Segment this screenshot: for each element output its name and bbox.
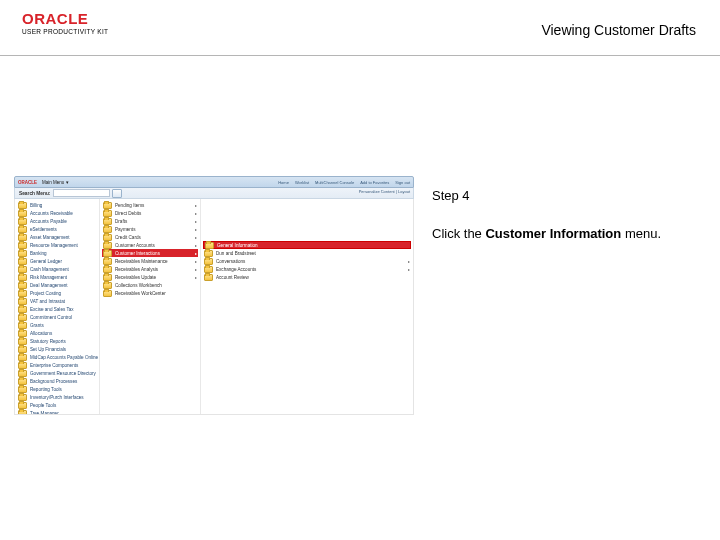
menu-item[interactable]: Risk Management: [17, 273, 97, 281]
menu-item[interactable]: General Ledger: [17, 257, 97, 265]
menu-item[interactable]: Tree Manager: [17, 409, 97, 414]
search-label: Search Menu:: [19, 191, 50, 196]
folder-icon: [103, 234, 112, 241]
app-subbar: Search Menu: Personalize Content | Layou…: [14, 188, 414, 199]
submenu-item-label: Credit Cards: [115, 235, 141, 240]
instruction-panel: Step 4 Click the Customer Information me…: [432, 188, 682, 243]
menu-item[interactable]: Deal Management: [17, 281, 97, 289]
menu-item[interactable]: Government Resource Directory: [17, 369, 97, 377]
folder-icon: [18, 410, 27, 415]
flyout-item-label: Account Review: [216, 275, 249, 280]
folder-icon: [18, 362, 27, 369]
menu-item-label: Commitment Control: [30, 315, 72, 320]
menu-item[interactable]: Accounts Payable: [17, 217, 97, 225]
folder-icon: [103, 210, 112, 217]
menu-item[interactable]: People Tools: [17, 401, 97, 409]
expand-arrow-icon: ▸: [195, 227, 197, 232]
submenu-item[interactable]: Collections Workbench: [102, 281, 198, 289]
nav-home[interactable]: Home: [278, 180, 289, 185]
folder-icon: [204, 266, 213, 273]
submenu-item[interactable]: Customer Accounts▸: [102, 241, 198, 249]
menu-item-label: Billing: [30, 203, 42, 208]
folder-icon: [18, 370, 27, 377]
flyout-item[interactable]: Exchange Accounts▸: [203, 265, 411, 273]
flyout-item-target[interactable]: General Information: [203, 241, 411, 249]
menu-item[interactable]: Project Costing: [17, 289, 97, 297]
search-go-button[interactable]: [112, 189, 122, 198]
nav-signout[interactable]: Sign out: [395, 180, 410, 185]
main-menu-dropdown[interactable]: Main Menu ▾: [42, 180, 69, 185]
expand-arrow-icon: ▸: [408, 267, 410, 272]
submenu-item-label: Drafts: [115, 219, 127, 224]
spacer: [203, 217, 411, 225]
menu-item[interactable]: Reporting Tools: [17, 385, 97, 393]
nav-worklist[interactable]: Worklist: [295, 180, 309, 185]
menu-item[interactable]: Allocations: [17, 329, 97, 337]
menu-item[interactable]: Commitment Control: [17, 313, 97, 321]
submenu-item[interactable]: Receivables Maintenance▸: [102, 257, 198, 265]
folder-icon: [103, 218, 112, 225]
submenu-item[interactable]: Pending Items▸: [102, 201, 198, 209]
app-nav: Home Worklist MultiChannel Console Add t…: [278, 180, 410, 185]
menu-item-label: People Tools: [30, 403, 56, 408]
folder-icon: [103, 290, 112, 297]
menu-item-label: Resource Management: [30, 243, 78, 248]
menu-item[interactable]: Billing: [17, 201, 97, 209]
menu-item[interactable]: Background Processes: [17, 377, 97, 385]
personalize-links[interactable]: Personalize Content | Layout: [359, 189, 410, 194]
submenu-item[interactable]: Drafts▸: [102, 217, 198, 225]
search-input[interactable]: [53, 189, 110, 197]
submenu-item[interactable]: Receivables Update▸: [102, 273, 198, 281]
menu-item[interactable]: Asset Management: [17, 233, 97, 241]
menu-item[interactable]: Enterprise Components: [17, 361, 97, 369]
submenu-item[interactable]: Customer Interactions▸: [102, 249, 198, 257]
spacer: [203, 209, 411, 217]
folder-icon: [204, 250, 213, 257]
flyout-item[interactable]: Dun and Bradstreet: [203, 249, 411, 257]
flyout-item-label: General Information: [217, 243, 258, 248]
submenu-item[interactable]: Direct Debits▸: [102, 209, 198, 217]
menu-item-label: Asset Management: [30, 235, 70, 240]
menu-item[interactable]: eSettlements: [17, 225, 97, 233]
menu-item-label: Risk Management: [30, 275, 67, 280]
menu-item[interactable]: Excise and Sales Tax: [17, 305, 97, 313]
menu-item[interactable]: Inventory/Purch Interfaces: [17, 393, 97, 401]
folder-icon: [204, 274, 213, 281]
menu-item[interactable]: VAT and Intrastat: [17, 297, 97, 305]
folder-icon: [18, 274, 27, 281]
folder-icon: [18, 306, 27, 313]
expand-arrow-icon: ▸: [195, 203, 197, 208]
menu-col-2: Pending Items▸Direct Debits▸Drafts▸Payme…: [100, 199, 201, 414]
menu-item-label: Cash Management: [30, 267, 69, 272]
nav-mcc[interactable]: MultiChannel Console: [315, 180, 354, 185]
submenu-item[interactable]: Credit Cards▸: [102, 233, 198, 241]
folder-icon: [18, 250, 27, 257]
flyout-item-label: Conversations: [216, 259, 245, 264]
menu-item[interactable]: MidCap Accounts Payable Online: [17, 353, 97, 361]
expand-arrow-icon: ▸: [195, 267, 197, 272]
menu-item-label: Government Resource Directory: [30, 371, 96, 376]
expand-arrow-icon: ▸: [195, 275, 197, 280]
menu-item[interactable]: Resource Management: [17, 241, 97, 249]
menu-item[interactable]: Grants: [17, 321, 97, 329]
submenu-item-label: Customer Accounts: [115, 243, 155, 248]
menu-item-label: Tree Manager: [30, 411, 59, 415]
submenu-item[interactable]: Receivables Analysis▸: [102, 265, 198, 273]
flyout-item[interactable]: Account Review: [203, 273, 411, 281]
menu-item[interactable]: Statutory Reports: [17, 337, 97, 345]
submenu-item-label: Customer Interactions: [115, 251, 160, 256]
menu-item-label: Excise and Sales Tax: [30, 307, 74, 312]
menu-item-label: Background Processes: [30, 379, 77, 384]
submenu-item[interactable]: Payments▸: [102, 225, 198, 233]
menu-item[interactable]: Accounts Receivable: [17, 209, 97, 217]
menu-panels: BillingAccounts ReceivableAccounts Payab…: [14, 199, 414, 415]
menu-item[interactable]: Banking: [17, 249, 97, 257]
menu-item[interactable]: Set Up Financials: [17, 345, 97, 353]
flyout-item[interactable]: Conversations▸: [203, 257, 411, 265]
submenu-item[interactable]: Receivables WorkCenter: [102, 289, 198, 297]
folder-icon: [103, 202, 112, 209]
menu-item[interactable]: Cash Management: [17, 265, 97, 273]
nav-fav[interactable]: Add to Favorites: [360, 180, 389, 185]
folder-icon: [18, 242, 27, 249]
menu-item-label: MidCap Accounts Payable Online: [30, 355, 98, 360]
